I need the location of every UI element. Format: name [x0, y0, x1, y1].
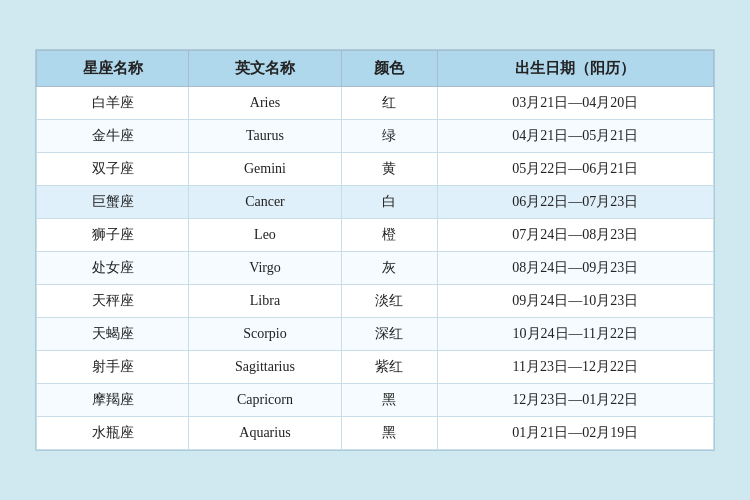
- cell-english-name: Scorpio: [189, 318, 341, 351]
- cell-english-name: Leo: [189, 219, 341, 252]
- cell-dates: 11月23日—12月22日: [437, 351, 713, 384]
- header-english-name: 英文名称: [189, 51, 341, 87]
- header-dates: 出生日期（阳历）: [437, 51, 713, 87]
- table-row: 天秤座Libra淡红09月24日—10月23日: [37, 285, 714, 318]
- cell-english-name: Capricorn: [189, 384, 341, 417]
- cell-chinese-name: 处女座: [37, 252, 189, 285]
- cell-color: 黄: [341, 153, 437, 186]
- cell-chinese-name: 天蝎座: [37, 318, 189, 351]
- cell-english-name: Cancer: [189, 186, 341, 219]
- table-row: 射手座Sagittarius紫红11月23日—12月22日: [37, 351, 714, 384]
- cell-color: 黑: [341, 384, 437, 417]
- cell-color: 红: [341, 87, 437, 120]
- cell-chinese-name: 金牛座: [37, 120, 189, 153]
- cell-dates: 01月21日—02月19日: [437, 417, 713, 450]
- header-chinese-name: 星座名称: [37, 51, 189, 87]
- cell-english-name: Sagittarius: [189, 351, 341, 384]
- table-row: 处女座Virgo灰08月24日—09月23日: [37, 252, 714, 285]
- cell-english-name: Gemini: [189, 153, 341, 186]
- cell-dates: 12月23日—01月22日: [437, 384, 713, 417]
- cell-dates: 05月22日—06月21日: [437, 153, 713, 186]
- cell-chinese-name: 摩羯座: [37, 384, 189, 417]
- table-row: 双子座Gemini黄05月22日—06月21日: [37, 153, 714, 186]
- cell-color: 绿: [341, 120, 437, 153]
- cell-english-name: Libra: [189, 285, 341, 318]
- cell-chinese-name: 天秤座: [37, 285, 189, 318]
- table-header-row: 星座名称 英文名称 颜色 出生日期（阳历）: [37, 51, 714, 87]
- zodiac-table-container: 星座名称 英文名称 颜色 出生日期（阳历） 白羊座Aries红03月21日—04…: [35, 49, 715, 451]
- cell-color: 紫红: [341, 351, 437, 384]
- table-body: 白羊座Aries红03月21日—04月20日金牛座Taurus绿04月21日—0…: [37, 87, 714, 450]
- cell-color: 淡红: [341, 285, 437, 318]
- table-row: 狮子座Leo橙07月24日—08月23日: [37, 219, 714, 252]
- cell-english-name: Aries: [189, 87, 341, 120]
- cell-english-name: Aquarius: [189, 417, 341, 450]
- header-color: 颜色: [341, 51, 437, 87]
- cell-dates: 10月24日—11月22日: [437, 318, 713, 351]
- table-row: 水瓶座Aquarius黑01月21日—02月19日: [37, 417, 714, 450]
- table-row: 金牛座Taurus绿04月21日—05月21日: [37, 120, 714, 153]
- cell-dates: 08月24日—09月23日: [437, 252, 713, 285]
- cell-color: 橙: [341, 219, 437, 252]
- cell-chinese-name: 巨蟹座: [37, 186, 189, 219]
- cell-color: 灰: [341, 252, 437, 285]
- cell-chinese-name: 水瓶座: [37, 417, 189, 450]
- cell-chinese-name: 射手座: [37, 351, 189, 384]
- table-row: 天蝎座Scorpio深红10月24日—11月22日: [37, 318, 714, 351]
- cell-dates: 04月21日—05月21日: [437, 120, 713, 153]
- table-row: 摩羯座Capricorn黑12月23日—01月22日: [37, 384, 714, 417]
- cell-english-name: Virgo: [189, 252, 341, 285]
- cell-dates: 09月24日—10月23日: [437, 285, 713, 318]
- cell-color: 白: [341, 186, 437, 219]
- cell-dates: 07月24日—08月23日: [437, 219, 713, 252]
- cell-chinese-name: 双子座: [37, 153, 189, 186]
- table-row: 巨蟹座Cancer白06月22日—07月23日: [37, 186, 714, 219]
- cell-dates: 03月21日—04月20日: [437, 87, 713, 120]
- cell-color: 深红: [341, 318, 437, 351]
- table-row: 白羊座Aries红03月21日—04月20日: [37, 87, 714, 120]
- zodiac-table: 星座名称 英文名称 颜色 出生日期（阳历） 白羊座Aries红03月21日—04…: [36, 50, 714, 450]
- cell-chinese-name: 狮子座: [37, 219, 189, 252]
- cell-color: 黑: [341, 417, 437, 450]
- cell-english-name: Taurus: [189, 120, 341, 153]
- cell-dates: 06月22日—07月23日: [437, 186, 713, 219]
- cell-chinese-name: 白羊座: [37, 87, 189, 120]
